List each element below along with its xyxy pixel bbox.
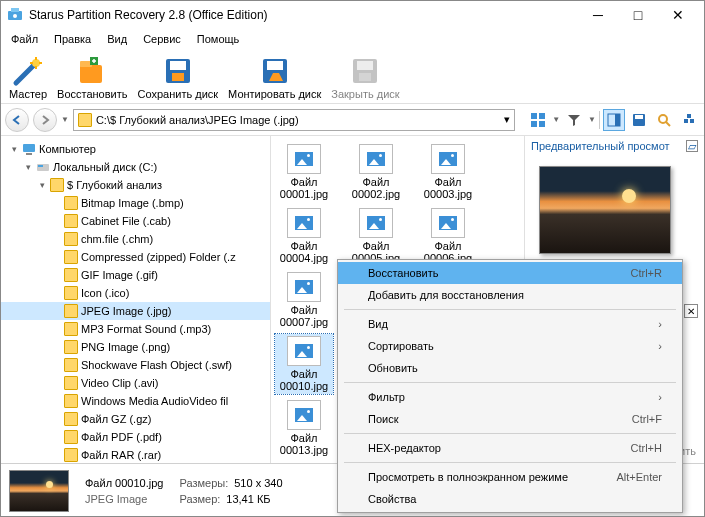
- file-item[interactable]: Файл00002.jpg: [347, 142, 405, 202]
- close-button[interactable]: ✕: [658, 7, 698, 23]
- image-icon: [287, 208, 321, 238]
- mount-label: Монтировать диск: [228, 88, 321, 100]
- maximize-button[interactable]: □: [618, 7, 658, 23]
- tree-item[interactable]: Файл PDF (.pdf): [1, 428, 270, 446]
- wizard-button[interactable]: Мастер: [9, 55, 47, 100]
- closedisk-label: Закрыть диск: [331, 88, 399, 100]
- tree-item-label: Icon (.ico): [81, 287, 129, 299]
- mount-button[interactable]: Монтировать диск: [228, 55, 321, 100]
- tree-item[interactable]: Bitmap Image (.bmp): [1, 194, 270, 212]
- tree-item-label: JPEG Image (.jpg): [81, 305, 171, 317]
- tree-localdisk[interactable]: ▾ Локальный диск (C:): [1, 158, 270, 176]
- ctx-fullscreen[interactable]: Просмотреть в полноэкранном режимеAlt+En…: [338, 466, 682, 488]
- folder-tree[interactable]: ▾ Компьютер ▾ Локальный диск (C:) ▾ $ Гл…: [1, 136, 271, 463]
- tree-item[interactable]: Файл RAR (.rar): [1, 446, 270, 463]
- file-label: Файл00002.jpg: [352, 176, 400, 200]
- address-bar[interactable]: C:\$ Глубокий анализ\JPEG Image (.jpg) ▾: [73, 109, 515, 131]
- search-icon[interactable]: [653, 109, 675, 131]
- svg-rect-28: [26, 153, 32, 155]
- svg-rect-27: [23, 144, 35, 152]
- tree-item-label: Windows Media AudioVideo fil: [81, 395, 228, 407]
- tree-item[interactable]: Shockwave Flash Object (.swf): [1, 356, 270, 374]
- svg-rect-11: [267, 61, 283, 70]
- ctx-properties[interactable]: Свойства: [338, 488, 682, 510]
- tree-computer[interactable]: ▾ Компьютер: [1, 140, 270, 158]
- tree-item-label: PNG Image (.png): [81, 341, 170, 353]
- nav-forward-button[interactable]: [33, 108, 57, 132]
- menu-edit[interactable]: Правка: [48, 31, 97, 47]
- tree-item-label: GIF Image (.gif): [81, 269, 158, 281]
- tree-item[interactable]: Windows Media AudioVideo fil: [1, 392, 270, 410]
- ctx-view[interactable]: Вид›: [338, 313, 682, 335]
- minimize-button[interactable]: ─: [578, 7, 618, 23]
- menu-file[interactable]: Файл: [5, 31, 44, 47]
- folder-icon: [64, 358, 78, 372]
- svg-rect-4: [80, 65, 102, 83]
- view-dropdown[interactable]: ▼: [552, 115, 560, 124]
- image-icon: [287, 400, 321, 430]
- tree-item[interactable]: PNG Image (.png): [1, 338, 270, 356]
- context-menu: ВосстановитьCtrl+R Добавить для восстано…: [337, 259, 683, 513]
- file-item[interactable]: Файл00013.jpg: [275, 398, 333, 458]
- status-filename: Файл 00010.jpg: [85, 477, 163, 489]
- nav-back-button[interactable]: [5, 108, 29, 132]
- folder-icon: [64, 214, 78, 228]
- nav-history-dropdown[interactable]: ▼: [61, 115, 69, 124]
- tree-item[interactable]: Файл GZ (.gz): [1, 410, 270, 428]
- file-item[interactable]: Файл00010.jpg: [275, 334, 333, 394]
- tree-item[interactable]: MP3 Format Sound (.mp3): [1, 320, 270, 338]
- preview-toggle-icon[interactable]: [603, 109, 625, 131]
- view-large-icon[interactable]: [527, 109, 549, 131]
- options-icon[interactable]: [678, 109, 700, 131]
- file-item[interactable]: Файл00006.jpg: [419, 206, 477, 266]
- ctx-add[interactable]: Добавить для восстановления: [338, 284, 682, 306]
- svg-rect-17: [531, 121, 537, 127]
- svg-rect-20: [615, 114, 620, 126]
- tree-item[interactable]: Compressed (zipped) Folder (.z: [1, 248, 270, 266]
- navbar: ▼ C:\$ Глубокий анализ\JPEG Image (.jpg)…: [1, 104, 704, 136]
- restore-button[interactable]: Восстановить: [57, 55, 127, 100]
- mount-icon: [259, 55, 291, 87]
- file-item[interactable]: Файл00005.jpg: [347, 206, 405, 266]
- menu-view[interactable]: Вид: [101, 31, 133, 47]
- file-item[interactable]: Файл00007.jpg: [275, 270, 333, 330]
- file-label: Файл00010.jpg: [280, 368, 328, 392]
- save-small-icon[interactable]: [628, 109, 650, 131]
- tree-label: $ Глубокий анализ: [67, 179, 162, 191]
- tree-item-label: Shockwave Flash Object (.swf): [81, 359, 232, 371]
- savedisk-label: Сохранить диск: [138, 88, 219, 100]
- file-item[interactable]: Файл00001.jpg: [275, 142, 333, 202]
- restore-label: Восстановить: [57, 88, 127, 100]
- tree-deep-analysis[interactable]: ▾ $ Глубокий анализ: [1, 176, 270, 194]
- tree-item[interactable]: Icon (.ico): [1, 284, 270, 302]
- tree-item[interactable]: chm.file (.chm): [1, 230, 270, 248]
- closedisk-button[interactable]: Закрыть диск: [331, 55, 399, 100]
- filter-icon[interactable]: [563, 109, 585, 131]
- ctx-sort[interactable]: Сортировать›: [338, 335, 682, 357]
- tree-item[interactable]: GIF Image (.gif): [1, 266, 270, 284]
- ctx-restore[interactable]: ВосстановитьCtrl+R: [338, 262, 682, 284]
- svg-rect-18: [539, 121, 545, 127]
- ctx-hex[interactable]: HEX-редакторCtrl+H: [338, 437, 682, 459]
- tree-item[interactable]: JPEG Image (.jpg): [1, 302, 270, 320]
- tree-item[interactable]: Cabinet File (.cab): [1, 212, 270, 230]
- ctx-filter[interactable]: Фильтр›: [338, 386, 682, 408]
- tree-label: Локальный диск (C:): [53, 161, 157, 173]
- svg-rect-16: [539, 113, 545, 119]
- ctx-search[interactable]: ПоискCtrl+F: [338, 408, 682, 430]
- folder-icon: [64, 286, 78, 300]
- filter-dropdown[interactable]: ▼: [588, 115, 596, 124]
- tree-item-label: Файл RAR (.rar): [81, 449, 161, 461]
- menu-service[interactable]: Сервис: [137, 31, 187, 47]
- preview-close-icon[interactable]: ✕: [684, 304, 698, 318]
- tree-item[interactable]: Video Clip (.avi): [1, 374, 270, 392]
- address-dropdown[interactable]: ▾: [504, 113, 510, 126]
- savedisk-button[interactable]: Сохранить диск: [138, 55, 219, 100]
- wizard-label: Мастер: [9, 88, 47, 100]
- file-item[interactable]: Файл00003.jpg: [419, 142, 477, 202]
- menu-help[interactable]: Помощь: [191, 31, 246, 47]
- ctx-refresh[interactable]: Обновить: [338, 357, 682, 379]
- preview-popout-icon[interactable]: ▱: [686, 140, 698, 152]
- disk-icon: [36, 160, 50, 174]
- file-item[interactable]: Файл00004.jpg: [275, 206, 333, 266]
